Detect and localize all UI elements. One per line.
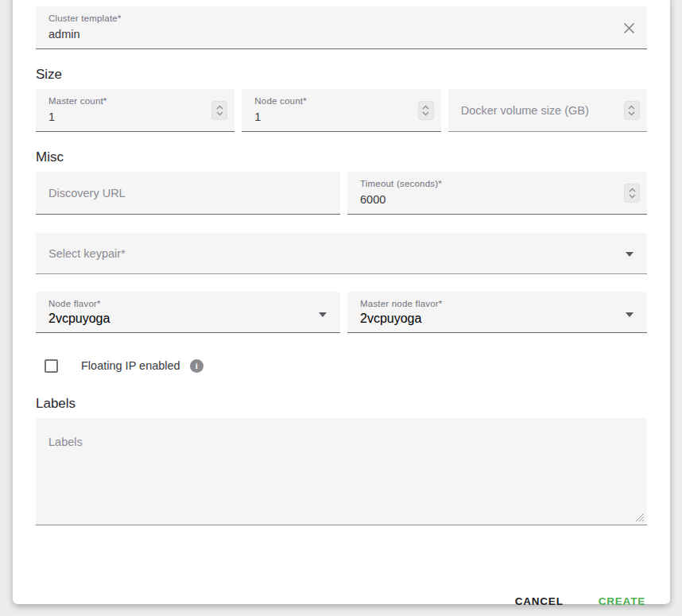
node-count-label: Node count* [254,96,307,106]
misc-fields-row: Timeout (seconds)* [36,172,647,215]
node-flavor-chevron-down-icon[interactable] [319,312,327,317]
node-flavor-value: 2vcpuyoga [48,312,110,326]
node-count-stepper-icon[interactable] [418,101,434,120]
labels-textarea-wrap [36,418,647,525]
node-flavor-select[interactable]: Node flavor* 2vcpuyoga [36,292,340,333]
cluster-template-label: Cluster template* [48,14,122,23]
timeout-input[interactable] [360,193,614,206]
docker-volume-size-input[interactable] [461,89,614,131]
discovery-url-input[interactable] [48,172,307,214]
labels-section-heading: Labels [36,396,647,412]
discovery-url-field[interactable] [36,172,340,215]
timeout-label: Timeout (seconds)* [360,179,442,188]
labels-textarea[interactable] [36,418,647,525]
master-count-input[interactable] [48,110,201,123]
timeout-stepper-icon[interactable] [624,184,640,203]
master-node-flavor-value: 2vcpuyoga [360,312,421,326]
keypair-placeholder: Select keypair* [48,233,614,273]
master-node-flavor-chevron-down-icon[interactable] [626,312,634,317]
create-cluster-dialog: Cluster template* Size Master count* Nod… [13,0,670,604]
keypair-select[interactable]: Select keypair* [36,233,647,274]
master-node-flavor-select[interactable]: Master node flavor* 2vcpuyoga [347,292,647,333]
cluster-template-input[interactable] [48,28,614,41]
node-count-input[interactable] [254,110,407,123]
dialog-footer: CANCEL CREATE [36,592,647,610]
cluster-template-field[interactable]: Cluster template* [36,6,647,49]
timeout-field[interactable]: Timeout (seconds)* [347,172,647,215]
misc-section-heading: Misc [36,149,647,165]
floating-ip-checkbox[interactable] [45,359,58,373]
size-section-heading: Size [36,67,647,83]
docker-volume-size-field[interactable] [448,89,647,132]
flavor-fields-row: Node flavor* 2vcpuyoga Master node flavo… [36,292,647,333]
master-node-flavor-label: Master node flavor* [360,299,443,308]
master-count-stepper-icon[interactable] [211,101,227,120]
size-fields-row: Master count* Node count* [36,89,647,132]
floating-ip-label: Floating IP enabled [81,359,180,372]
clear-cluster-template-icon[interactable] [622,21,636,35]
floating-ip-row: Floating IP enabled i [45,358,647,374]
docker-volume-stepper-icon[interactable] [624,101,640,120]
cancel-button[interactable]: CANCEL [513,592,565,610]
node-flavor-label: Node flavor* [48,299,101,308]
master-count-label: Master count* [48,96,107,106]
floating-ip-info-icon[interactable]: i [190,359,203,373]
node-count-field[interactable]: Node count* [242,89,440,132]
master-count-field[interactable]: Master count* [36,89,234,132]
keypair-chevron-down-icon[interactable] [626,252,634,257]
create-button[interactable]: CREATE [597,592,647,610]
